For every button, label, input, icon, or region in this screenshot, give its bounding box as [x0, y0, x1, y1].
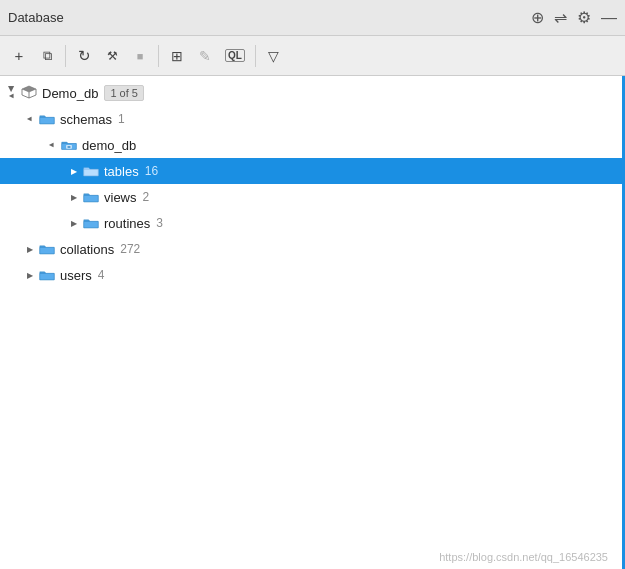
filter-button[interactable]: ▽ [261, 43, 287, 69]
copy-button[interactable]: ⧉ [34, 43, 60, 69]
add-button[interactable]: + [6, 43, 32, 69]
views-count: 2 [143, 190, 150, 204]
refresh-icon: ↻ [78, 47, 91, 65]
folder-special-icon [60, 136, 78, 154]
sql-icon: QL [225, 49, 245, 62]
collations-count: 272 [120, 242, 140, 256]
sql-button[interactable]: QL [220, 43, 250, 69]
folder-icon [82, 162, 100, 180]
database-tree: ▼ Demo_db 1 of 5 ▼ schemas 1 [0, 76, 622, 292]
title-bar: Database ⊕ ⇌ ⚙ — [0, 0, 625, 36]
chevron-down-icon: ▼ [4, 85, 20, 101]
plus-icon: + [15, 47, 24, 64]
tree-item-demo-db-root[interactable]: ▼ Demo_db 1 of 5 [0, 80, 622, 106]
tree-item-users[interactable]: ▶ users 4 [0, 262, 622, 288]
tables-count: 16 [145, 164, 158, 178]
window-title: Database [8, 10, 64, 25]
collations-label: collations [60, 242, 114, 257]
grid-icon: ⊞ [171, 48, 183, 64]
chevron-right-icon: ▶ [66, 215, 82, 231]
database-panel: ▼ Demo_db 1 of 5 ▼ schemas 1 [0, 76, 625, 569]
svg-marker-0 [22, 86, 36, 92]
chevron-right-icon: ▶ [22, 267, 38, 283]
tree-item-schemas[interactable]: ▼ schemas 1 [0, 106, 622, 132]
tree-item-demo-db[interactable]: ▼ demo_db [0, 132, 622, 158]
minimize-icon[interactable]: — [601, 9, 617, 27]
views-label: views [104, 190, 137, 205]
stop-icon: ■ [137, 50, 144, 62]
chevron-right-icon: ▶ [66, 189, 82, 205]
tree-item-views[interactable]: ▶ views 2 [0, 184, 622, 210]
schemas-label: schemas [60, 112, 112, 127]
refresh-button[interactable]: ↻ [71, 43, 97, 69]
tools-button[interactable]: ⚒ [99, 43, 125, 69]
title-bar-controls: ⊕ ⇌ ⚙ — [531, 8, 617, 27]
chevron-down-icon: ▼ [44, 137, 60, 153]
globe-icon[interactable]: ⊕ [531, 8, 544, 27]
tables-label: tables [104, 164, 139, 179]
tree-item-routines[interactable]: ▶ routines 3 [0, 210, 622, 236]
folder-icon [38, 266, 56, 284]
users-label: users [60, 268, 92, 283]
copy-icon: ⧉ [43, 48, 52, 64]
tree-item-collations[interactable]: ▶ collations 272 [0, 236, 622, 262]
chevron-right-icon: ▶ [22, 241, 38, 257]
watermark: https://blog.csdn.net/qq_16546235 [439, 551, 608, 563]
stop-button[interactable]: ■ [127, 43, 153, 69]
gear-icon[interactable]: ⚙ [577, 8, 591, 27]
folder-icon [38, 240, 56, 258]
grid-button[interactable]: ⊞ [164, 43, 190, 69]
tree-item-tables[interactable]: ▶ tables 16 [0, 158, 622, 184]
demo-db-label: Demo_db [42, 86, 98, 101]
chevron-down-icon: ▼ [22, 111, 38, 127]
database-icon [20, 84, 38, 103]
routines-count: 3 [156, 216, 163, 230]
folder-icon [38, 110, 56, 128]
wrench-icon: ⚒ [107, 49, 118, 63]
separator-1 [65, 45, 66, 67]
demo-db-child-label: demo_db [82, 138, 136, 153]
edit-button[interactable]: ✎ [192, 43, 218, 69]
filter-icon: ▽ [268, 48, 279, 64]
folder-icon [82, 188, 100, 206]
folder-icon [82, 214, 100, 232]
toolbar: + ⧉ ↻ ⚒ ■ ⊞ ✎ QL ▽ [0, 36, 625, 76]
routines-label: routines [104, 216, 150, 231]
split-icon[interactable]: ⇌ [554, 8, 567, 27]
separator-2 [158, 45, 159, 67]
edit-icon: ✎ [199, 48, 211, 64]
chevron-right-icon: ▶ [66, 163, 82, 179]
separator-3 [255, 45, 256, 67]
pagination-badge: 1 of 5 [104, 85, 144, 101]
schemas-count: 1 [118, 112, 125, 126]
users-count: 4 [98, 268, 105, 282]
